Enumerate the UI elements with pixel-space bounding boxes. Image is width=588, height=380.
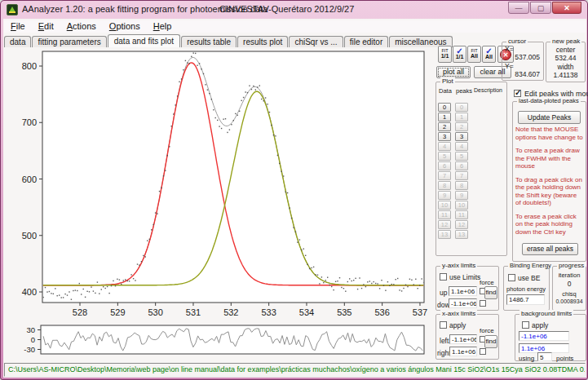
use-be-label: use BE: [518, 274, 540, 282]
y-force-label: force: [480, 279, 494, 286]
fit-toolbar: FIT1/1✓1/1FITAll✓All: [438, 46, 496, 63]
bg-points-field[interactable]: 5: [537, 352, 552, 361]
plot-row-11: 1111: [438, 205, 468, 215]
fit-button-1[interactable]: FIT1/1: [438, 46, 452, 63]
fit-button-4[interactable]: ✓All: [482, 46, 496, 63]
svg-text:530: 530: [148, 307, 162, 317]
menu-options[interactable]: Options: [103, 20, 147, 33]
cursor-x-label: X=: [505, 45, 514, 53]
binding-energy-caption: Binding Energy: [508, 262, 553, 269]
tab-results-plot[interactable]: results plot: [237, 36, 288, 47]
x-force-label: force: [480, 327, 494, 334]
svg-text:536: 536: [374, 307, 389, 317]
data-button-13[interactable]: 13: [438, 230, 451, 239]
x-find-button[interactable]: find: [484, 335, 497, 348]
bg-points-label: points: [556, 355, 573, 362]
y-limits-caption: y-axix limits: [440, 262, 477, 269]
edit-peaks-checkbox[interactable]: [514, 90, 521, 97]
peaks-button-13[interactable]: 13: [455, 230, 468, 239]
svg-text:532: 532: [223, 307, 238, 317]
plot-row-13: 1313: [438, 225, 468, 235]
photon-energy-field[interactable]: 1486.7: [506, 294, 545, 305]
window-subtitle: CINVESTAV-Querétaro 2012/9/27: [219, 4, 354, 14]
app-icon: [7, 4, 18, 15]
titlebar: AAnalyzer 1.20: a peak fitting program f…: [1, 1, 587, 19]
cursor-y-label: Y=: [505, 62, 514, 70]
photon-energy-label: photon energy: [506, 285, 546, 293]
svg-text:0: 0: [31, 335, 35, 344]
plot-row-7: 77: [438, 166, 468, 176]
x-limits-caption: x-axix limits: [440, 310, 477, 317]
x-right-force-checkbox[interactable]: [480, 348, 486, 355]
y-use-limits-label: use Limits: [449, 273, 480, 281]
tab-results-table[interactable]: results table: [181, 36, 237, 47]
cursor-group: cursor X= 537.005 Y= 834.607: [502, 42, 544, 81]
bg-upper-field[interactable]: -1.1e+06: [519, 331, 569, 341]
plot-all-button[interactable]: plot all: [436, 66, 471, 78]
tab-fitting-parameters[interactable]: fitting parameters: [32, 36, 106, 47]
plot-row-3: 33: [438, 127, 468, 137]
tab-file-editor[interactable]: file editor: [344, 36, 389, 47]
bg-apply-label: apply: [532, 321, 548, 329]
menu-help[interactable]: Help: [147, 20, 179, 33]
plot-group-caption: Plot: [440, 77, 455, 85]
binding-energy-group: Binding Energy use BE photon energy 1486…: [503, 266, 550, 311]
x-right-field[interactable]: 1.1e+06: [449, 347, 477, 356]
tab-chiSqr-vs-[interactable]: chiSqr vs ...: [289, 36, 343, 47]
x-limits-group: x-axix limits apply force left -1.1e+06 …: [435, 314, 499, 360]
y-up-field[interactable]: 1.1e+06: [449, 286, 477, 296]
svg-text:800: 800: [22, 61, 37, 71]
x-apply-label: apply: [449, 321, 466, 329]
plot-row-8: 88: [438, 176, 468, 186]
progress-group: progress iteration 0 chisq 0.0008934: [552, 266, 586, 311]
update-peaks-button[interactable]: Update Peaks: [518, 111, 581, 124]
svg-text:500: 500: [22, 231, 37, 241]
plot-row-10: 1010: [438, 196, 468, 205]
x-left-field[interactable]: -1.1e+06: [449, 334, 477, 344]
new-peak-width-label: width: [546, 63, 585, 71]
x-apply-checkbox[interactable]: [440, 321, 447, 329]
fit-button-2[interactable]: ✓1/1: [453, 46, 466, 63]
plot-row-4: 44: [438, 137, 468, 147]
plot-row-6: 66: [438, 157, 468, 166]
plot-row-2: 22: [438, 117, 468, 127]
svg-text:528: 528: [73, 307, 87, 317]
progress-caption: progress: [557, 262, 586, 269]
y-down-field[interactable]: -1.1e+06: [449, 298, 477, 308]
close-button[interactable]: ✕: [552, 2, 581, 14]
new-peak-center-label: center: [546, 46, 585, 54]
y-down-force-checkbox[interactable]: [480, 300, 486, 307]
y-limits-group: y-axix limits use Limits force up 1.1e+0…: [435, 266, 499, 311]
x-left-label: left: [440, 337, 449, 345]
y-use-limits-checkbox[interactable]: [440, 273, 447, 281]
svg-text:535: 535: [337, 307, 351, 317]
y-find-button[interactable]: find: [484, 286, 497, 299]
minimize-button[interactable]: —: [508, 2, 529, 14]
fit-button-3[interactable]: FITAll: [467, 46, 481, 63]
spectrum-plot[interactable]: 5285295305315325335345355365374005006007…: [4, 46, 433, 361]
new-peak-caption: new peak: [550, 38, 581, 45]
last-peaks-caption: last-data-ploted peaks: [517, 97, 581, 104]
svg-text:-30: -30: [24, 345, 35, 354]
use-be-checkbox[interactable]: [508, 274, 515, 281]
new-peak-width-value: 1.41138: [546, 71, 585, 79]
chisq-label: chisq: [553, 290, 586, 298]
tab-data-and-fits-plot[interactable]: data and fits plot: [108, 34, 180, 47]
cursor-caption: cursor: [506, 38, 528, 45]
maximize-button[interactable]: ▢: [530, 2, 551, 14]
menu-edit[interactable]: Edit: [32, 20, 60, 33]
svg-text:30: 30: [26, 325, 35, 334]
tab-bar: datafitting parametersdata and fits plot…: [4, 33, 586, 46]
mouse-note-2: To create a peak draw the FWHM with the …: [515, 147, 584, 170]
plot-row-9: 99: [438, 186, 468, 196]
bg-apply-checkbox[interactable]: [522, 321, 529, 329]
app-window: AAnalyzer 1.20: a peak fitting program f…: [0, 0, 588, 380]
menu-file[interactable]: File: [4, 20, 32, 33]
erase-all-peaks-button[interactable]: erase all peaks: [522, 243, 578, 255]
col-peaks: peaks: [456, 87, 472, 95]
status-bar: C:\Users\AS-MICRO\Desktop\Memoria\web pa…: [4, 363, 586, 377]
tab-data[interactable]: data: [4, 36, 31, 47]
mouse-note-4: To erase a peak click on the peak holdin…: [515, 213, 584, 236]
menu-actions[interactable]: Actions: [60, 20, 103, 33]
plot-row-12: 1212: [438, 215, 468, 225]
